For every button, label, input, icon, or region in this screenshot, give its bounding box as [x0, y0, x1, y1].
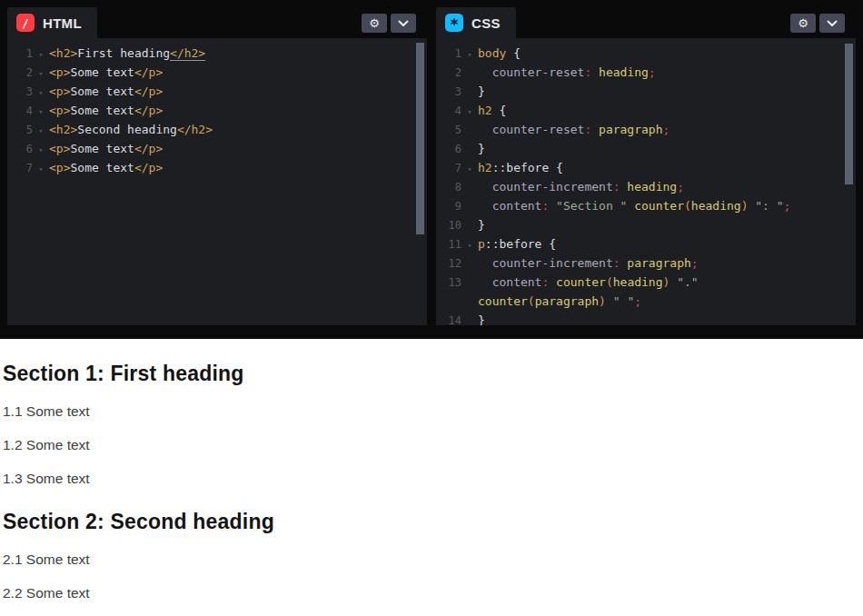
code-text: <p>Some text</p> [49, 104, 163, 117]
code-text: } [478, 84, 485, 98]
code-line: 1▾<h2>First heading</h2> [7, 44, 427, 63]
code-line: 7▾<p>Some text</p> [7, 158, 427, 177]
code-text: counter-reset: heading; [478, 65, 656, 79]
fold-arrow-icon[interactable]: ▾ [33, 141, 49, 160]
line-number: 4 [436, 102, 461, 121]
html-logo-icon: / [16, 14, 35, 32]
code-line: 4▾h2 { [436, 101, 856, 120]
css-editor-scrollbar[interactable] [845, 44, 853, 184]
tab-css[interactable]: * CSS [436, 7, 516, 38]
code-line: 6▾<p>Some text</p> [7, 139, 427, 158]
code-line: 2 counter-reset: heading; [436, 63, 856, 82]
fold-arrow-icon[interactable]: ▾ [33, 45, 49, 65]
code-text: counter-increment: paragraph; [478, 256, 699, 270]
line-number: 4 [7, 102, 33, 121]
code-line: 5▾<h2>Second heading</h2> [7, 120, 427, 139]
html-tab-row: / HTML ⚙ [7, 7, 427, 38]
code-text: } [478, 142, 485, 155]
css-collapse-button[interactable] [819, 14, 845, 33]
output-paragraph: 1.1 Some text [3, 402, 863, 421]
html-settings-button[interactable]: ⚙ [362, 14, 387, 33]
fold-arrow-icon[interactable]: ▾ [461, 45, 478, 65]
line-number: 9 [436, 197, 461, 216]
css-tab-label: CSS [471, 15, 501, 31]
code-line: 9 content: "Section " counter(heading) "… [436, 196, 856, 215]
fold-arrow-icon[interactable]: ▾ [33, 65, 49, 84]
line-number: 6 [436, 140, 461, 159]
css-tab-row: * CSS ⚙ [436, 7, 856, 38]
code-line: 7▾h2::before { [436, 158, 856, 177]
css-panel: * CSS ⚙ 1▾body {2 counter-reset: heading… [436, 7, 856, 325]
code-line: 3▾<p>Some text</p> [7, 82, 427, 101]
line-number: 10 [436, 216, 461, 235]
line-number: 14 [436, 312, 461, 325]
line-number: 6 [7, 140, 33, 159]
code-text: p::before { [478, 237, 556, 251]
line-number: 5 [436, 121, 461, 140]
code-text: content: "Section " counter(heading) ": … [478, 199, 790, 213]
code-text: body { [478, 46, 521, 60]
fold-arrow-icon[interactable]: ▾ [461, 103, 478, 122]
code-text: <p>Some text</p> [49, 84, 163, 98]
code-text: h2::before { [478, 161, 563, 174]
html-collapse-button[interactable] [391, 14, 416, 33]
line-number: 8 [436, 178, 461, 197]
css-panel-buttons: ⚙ [790, 14, 845, 33]
code-line: 4▾<p>Some text</p> [7, 101, 427, 120]
fold-arrow-icon[interactable]: ▾ [33, 103, 49, 122]
css-code-editor[interactable]: 1▾body {2 counter-reset: heading;3}4▾h2 … [436, 38, 856, 325]
code-text: <p>Some text</p> [49, 65, 163, 79]
css-logo-icon: * [445, 14, 463, 32]
chevron-down-icon [398, 20, 409, 27]
html-tab-label: HTML [43, 15, 82, 31]
gear-icon: ⚙ [798, 17, 808, 29]
code-line: 12 counter-increment: paragraph; [436, 253, 856, 273]
line-number: 2 [7, 64, 33, 83]
fold-arrow-icon[interactable]: ▾ [33, 84, 49, 103]
code-line: counter(paragraph) " "; [436, 292, 856, 311]
fold-arrow-icon[interactable]: ▾ [461, 160, 478, 179]
line-number: 7 [436, 159, 461, 178]
fold-arrow-icon[interactable]: ▾ [461, 236, 478, 255]
output-preview: Section 1: First heading1.1 Some text1.2… [0, 339, 863, 616]
css-settings-button[interactable]: ⚙ [790, 14, 816, 33]
code-text: <p>Some text</p> [49, 161, 163, 174]
line-number: 13 [436, 273, 461, 293]
output-paragraph: 1.2 Some text [3, 436, 863, 454]
line-number: 1 [7, 45, 33, 64]
html-editor-scrollbar[interactable] [416, 43, 424, 234]
code-line: 14} [436, 311, 856, 325]
fold-arrow-icon[interactable]: ▾ [33, 122, 49, 141]
code-text: <p>Some text</p> [49, 142, 163, 155]
code-line: 10} [436, 215, 856, 234]
line-number: 3 [7, 83, 33, 102]
gear-icon: ⚙ [369, 17, 380, 29]
code-line: 6} [436, 139, 856, 158]
code-line: 3} [436, 82, 856, 101]
editors-bar: / HTML ⚙ 1▾<h2>First heading</h2>2▾<p>So… [0, 0, 863, 339]
line-number: 1 [436, 45, 461, 64]
chevron-down-icon [827, 20, 838, 27]
code-text: h2 { [478, 104, 506, 117]
html-code-editor[interactable]: 1▾<h2>First heading</h2>2▾<p>Some text</… [7, 38, 427, 325]
line-number: 7 [7, 159, 33, 178]
html-panel-buttons: ⚙ [362, 14, 416, 33]
code-line: 1▾body { [436, 44, 856, 63]
code-text: counter(paragraph) " "; [478, 294, 641, 308]
output-heading: Section 1: First heading [3, 362, 863, 386]
line-number: 3 [436, 83, 461, 102]
line-number: 12 [436, 254, 461, 273]
code-text: counter-increment: heading; [478, 180, 684, 194]
html-panel: / HTML ⚙ 1▾<h2>First heading</h2>2▾<p>So… [7, 7, 427, 325]
html-editor-code: 1▾<h2>First heading</h2>2▾<p>Some text</… [7, 44, 427, 177]
fold-arrow-icon[interactable]: ▾ [33, 160, 49, 179]
code-text: } [478, 313, 485, 325]
code-text: content: counter(heading) "." [478, 275, 699, 289]
tab-html[interactable]: / HTML [7, 7, 97, 38]
output-heading: Section 2: Second heading [3, 510, 863, 534]
code-line: 8 counter-increment: heading; [436, 177, 856, 196]
code-line: 13 content: counter(heading) "." [436, 273, 856, 292]
code-line: 5 counter-reset: paragraph; [436, 120, 856, 139]
output-paragraph: 1.3 Some text [3, 470, 863, 488]
code-text: counter-reset: paragraph; [478, 123, 670, 136]
